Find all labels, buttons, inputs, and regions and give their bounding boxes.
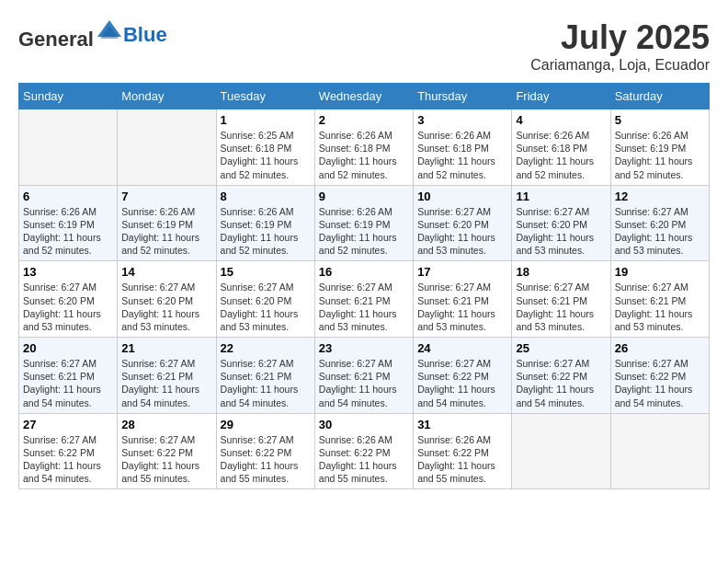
day-info: Sunrise: 6:27 AM Sunset: 6:21 PM Dayligh… xyxy=(23,357,113,409)
day-info: Sunrise: 6:26 AM Sunset: 6:19 PM Dayligh… xyxy=(615,129,705,181)
calendar-day-cell: 30 Sunrise: 6:26 AM Sunset: 6:22 PM Dayl… xyxy=(314,413,413,489)
calendar-day-cell: 27 Sunrise: 6:27 AM Sunset: 6:22 PM Dayl… xyxy=(19,413,118,489)
day-number: 20 xyxy=(23,341,113,355)
calendar-header-cell: Sunday xyxy=(19,84,118,109)
calendar-header-row: SundayMondayTuesdayWednesdayThursdayFrid… xyxy=(19,84,710,109)
day-number: 16 xyxy=(319,265,409,279)
day-number: 19 xyxy=(615,265,705,279)
day-number: 8 xyxy=(221,190,311,203)
day-number: 28 xyxy=(121,418,211,431)
day-number: 25 xyxy=(516,341,606,355)
day-info: Sunrise: 6:27 AM Sunset: 6:22 PM Dayligh… xyxy=(221,433,311,486)
day-info: Sunrise: 6:26 AM Sunset: 6:22 PM Dayligh… xyxy=(417,433,507,486)
calendar-header-cell: Friday xyxy=(512,84,610,109)
calendar-day-cell: 20 Sunrise: 6:27 AM Sunset: 6:21 PM Dayl… xyxy=(19,338,118,414)
calendar-day-cell: 2 Sunrise: 6:26 AM Sunset: 6:18 PM Dayli… xyxy=(314,109,413,186)
calendar-day-cell: 12 Sunrise: 6:27 AM Sunset: 6:20 PM Dayl… xyxy=(610,185,709,261)
month-title: July 2025 xyxy=(530,18,710,57)
logo-icon xyxy=(96,18,123,46)
day-info: Sunrise: 6:26 AM Sunset: 6:18 PM Dayligh… xyxy=(417,129,507,181)
day-number: 3 xyxy=(417,113,507,127)
calendar-day-cell: 15 Sunrise: 6:27 AM Sunset: 6:20 PM Dayl… xyxy=(216,261,314,338)
calendar-day-cell: 19 Sunrise: 6:27 AM Sunset: 6:21 PM Dayl… xyxy=(610,261,709,338)
day-info: Sunrise: 6:26 AM Sunset: 6:18 PM Dayligh… xyxy=(319,129,409,181)
day-number: 22 xyxy=(221,341,311,355)
day-info: Sunrise: 6:27 AM Sunset: 6:21 PM Dayligh… xyxy=(319,281,409,333)
location-title: Cariamanga, Loja, Ecuador xyxy=(530,57,710,74)
day-info: Sunrise: 6:27 AM Sunset: 6:20 PM Dayligh… xyxy=(615,205,705,258)
calendar-day-cell xyxy=(118,109,216,186)
calendar-week-row: 27 Sunrise: 6:27 AM Sunset: 6:22 PM Dayl… xyxy=(19,413,710,489)
calendar-day-cell: 9 Sunrise: 6:26 AM Sunset: 6:19 PM Dayli… xyxy=(314,185,413,261)
calendar-week-row: 20 Sunrise: 6:27 AM Sunset: 6:21 PM Dayl… xyxy=(19,338,710,414)
calendar-day-cell: 16 Sunrise: 6:27 AM Sunset: 6:21 PM Dayl… xyxy=(314,261,413,338)
day-info: Sunrise: 6:27 AM Sunset: 6:22 PM Dayligh… xyxy=(417,357,507,409)
day-number: 13 xyxy=(23,265,113,279)
calendar-day-cell: 25 Sunrise: 6:27 AM Sunset: 6:22 PM Dayl… xyxy=(512,338,610,414)
calendar-header-cell: Monday xyxy=(118,84,216,109)
calendar-day-cell: 11 Sunrise: 6:27 AM Sunset: 6:20 PM Dayl… xyxy=(512,185,610,261)
day-number: 6 xyxy=(23,190,113,203)
day-number: 31 xyxy=(417,418,507,431)
calendar-day-cell: 8 Sunrise: 6:26 AM Sunset: 6:19 PM Dayli… xyxy=(216,185,314,261)
day-info: Sunrise: 6:27 AM Sunset: 6:21 PM Dayligh… xyxy=(121,357,211,409)
day-number: 29 xyxy=(221,418,311,431)
day-info: Sunrise: 6:26 AM Sunset: 6:19 PM Dayligh… xyxy=(319,205,409,258)
calendar-day-cell: 7 Sunrise: 6:26 AM Sunset: 6:19 PM Dayli… xyxy=(118,185,216,261)
calendar-header-cell: Saturday xyxy=(610,84,709,109)
day-info: Sunrise: 6:27 AM Sunset: 6:22 PM Dayligh… xyxy=(516,357,606,409)
day-number: 18 xyxy=(516,265,606,279)
logo-text-blue: Blue xyxy=(123,23,167,47)
day-number: 4 xyxy=(516,113,606,127)
calendar-day-cell: 6 Sunrise: 6:26 AM Sunset: 6:19 PM Dayli… xyxy=(19,185,118,261)
day-number: 23 xyxy=(319,341,409,355)
calendar-day-cell: 18 Sunrise: 6:27 AM Sunset: 6:21 PM Dayl… xyxy=(512,261,610,338)
day-info: Sunrise: 6:26 AM Sunset: 6:18 PM Dayligh… xyxy=(516,129,606,181)
calendar-day-cell: 10 Sunrise: 6:27 AM Sunset: 6:20 PM Dayl… xyxy=(414,185,512,261)
calendar-day-cell: 23 Sunrise: 6:27 AM Sunset: 6:21 PM Dayl… xyxy=(314,338,413,414)
calendar-day-cell xyxy=(512,413,610,489)
day-number: 10 xyxy=(417,190,507,203)
day-info: Sunrise: 6:27 AM Sunset: 6:21 PM Dayligh… xyxy=(516,281,606,333)
calendar-header-cell: Thursday xyxy=(414,84,512,109)
calendar-day-cell: 28 Sunrise: 6:27 AM Sunset: 6:22 PM Dayl… xyxy=(118,413,216,489)
day-number: 24 xyxy=(417,341,507,355)
day-info: Sunrise: 6:27 AM Sunset: 6:21 PM Dayligh… xyxy=(615,281,705,333)
calendar-day-cell: 4 Sunrise: 6:26 AM Sunset: 6:18 PM Dayli… xyxy=(512,109,610,186)
day-number: 9 xyxy=(319,190,409,203)
day-number: 11 xyxy=(516,190,606,203)
day-number: 12 xyxy=(615,190,705,203)
calendar-week-row: 13 Sunrise: 6:27 AM Sunset: 6:20 PM Dayl… xyxy=(19,261,710,338)
calendar-day-cell: 21 Sunrise: 6:27 AM Sunset: 6:21 PM Dayl… xyxy=(118,338,216,414)
calendar-day-cell: 1 Sunrise: 6:25 AM Sunset: 6:18 PM Dayli… xyxy=(216,109,314,186)
day-number: 15 xyxy=(221,265,311,279)
day-number: 17 xyxy=(417,265,507,279)
calendar-day-cell xyxy=(610,413,709,489)
calendar-day-cell: 24 Sunrise: 6:27 AM Sunset: 6:22 PM Dayl… xyxy=(414,338,512,414)
day-info: Sunrise: 6:27 AM Sunset: 6:21 PM Dayligh… xyxy=(417,281,507,333)
day-info: Sunrise: 6:27 AM Sunset: 6:20 PM Dayligh… xyxy=(23,281,113,333)
page-header: General Blue July 2025 Cariamanga, Loja,… xyxy=(18,18,710,74)
day-number: 30 xyxy=(319,418,409,431)
calendar-table: SundayMondayTuesdayWednesdayThursdayFrid… xyxy=(18,83,710,489)
logo: General Blue xyxy=(18,18,167,52)
calendar-day-cell: 14 Sunrise: 6:27 AM Sunset: 6:20 PM Dayl… xyxy=(118,261,216,338)
calendar-week-row: 6 Sunrise: 6:26 AM Sunset: 6:19 PM Dayli… xyxy=(19,185,710,261)
day-number: 21 xyxy=(121,341,211,355)
day-info: Sunrise: 6:25 AM Sunset: 6:18 PM Dayligh… xyxy=(221,129,311,181)
calendar-header-cell: Wednesday xyxy=(314,84,413,109)
day-info: Sunrise: 6:27 AM Sunset: 6:21 PM Dayligh… xyxy=(319,357,409,409)
day-info: Sunrise: 6:27 AM Sunset: 6:22 PM Dayligh… xyxy=(615,357,705,409)
calendar-day-cell: 3 Sunrise: 6:26 AM Sunset: 6:18 PM Dayli… xyxy=(414,109,512,186)
day-info: Sunrise: 6:27 AM Sunset: 6:20 PM Dayligh… xyxy=(121,281,211,333)
day-info: Sunrise: 6:27 AM Sunset: 6:22 PM Dayligh… xyxy=(121,433,211,486)
day-info: Sunrise: 6:26 AM Sunset: 6:19 PM Dayligh… xyxy=(221,205,311,258)
day-info: Sunrise: 6:27 AM Sunset: 6:20 PM Dayligh… xyxy=(516,205,606,258)
day-info: Sunrise: 6:27 AM Sunset: 6:22 PM Dayligh… xyxy=(23,433,113,486)
calendar-day-cell: 26 Sunrise: 6:27 AM Sunset: 6:22 PM Dayl… xyxy=(610,338,709,414)
calendar-header-cell: Tuesday xyxy=(216,84,314,109)
calendar-day-cell: 17 Sunrise: 6:27 AM Sunset: 6:21 PM Dayl… xyxy=(414,261,512,338)
calendar-body: 1 Sunrise: 6:25 AM Sunset: 6:18 PM Dayli… xyxy=(19,109,710,489)
calendar-day-cell: 31 Sunrise: 6:26 AM Sunset: 6:22 PM Dayl… xyxy=(414,413,512,489)
day-info: Sunrise: 6:27 AM Sunset: 6:20 PM Dayligh… xyxy=(221,281,311,333)
